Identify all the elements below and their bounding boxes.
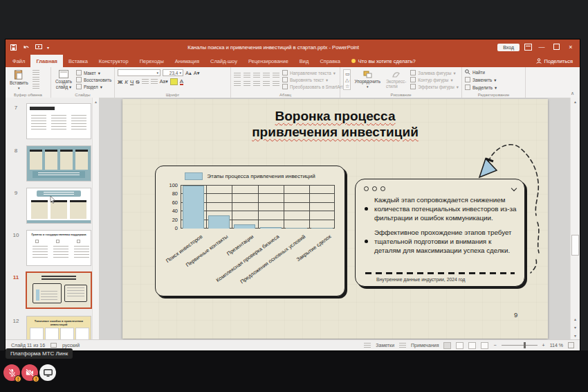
next-slide-icon[interactable]: ▾ xyxy=(571,325,580,330)
ribbon-display-options-icon[interactable] xyxy=(524,44,532,51)
underline-button[interactable]: Ч xyxy=(130,79,134,85)
grow-font-button[interactable]: А▴ xyxy=(185,70,192,76)
increase-indent-icon[interactable] xyxy=(263,73,270,78)
shape-effects-button[interactable]: Эффекты фигуры ▾ xyxy=(410,84,459,89)
scroll-down-icon[interactable]: ▾ xyxy=(571,333,580,338)
fit-to-window-icon[interactable] xyxy=(568,342,574,348)
microphone-muted-button[interactable]: ! xyxy=(3,364,20,381)
proofing-icon[interactable] xyxy=(50,343,57,348)
tab-transitions[interactable]: Переходы xyxy=(134,55,169,67)
thumbnail-scrollbar[interactable]: ▴ xyxy=(92,98,99,339)
normal-view-button[interactable] xyxy=(443,342,451,349)
font-color-button[interactable]: А xyxy=(180,79,183,85)
qat-customize-icon[interactable]: ▾ xyxy=(47,45,49,50)
highlight-color-icon[interactable] xyxy=(170,78,178,85)
scroll-up-icon[interactable]: ▴ xyxy=(95,99,97,104)
reading-view-button[interactable] xyxy=(468,342,476,349)
slide-sorter-view-button[interactable] xyxy=(456,342,463,349)
save-icon[interactable] xyxy=(10,44,17,51)
select-button[interactable]: Выделить ▾ xyxy=(465,84,497,90)
arrange-button[interactable]: Упорядочить▾ xyxy=(353,69,382,90)
shape-fill-button[interactable]: Заливка фигуры ▾ xyxy=(410,70,459,75)
justify-icon[interactable] xyxy=(263,81,270,87)
slide-thumbnail-9[interactable] xyxy=(27,188,91,223)
tab-file[interactable]: Файл xyxy=(7,55,30,67)
info-card[interactable]: Каждый этап сопровождается снижением кол… xyxy=(355,179,525,287)
slide-thumbnail-7[interactable] xyxy=(27,104,91,139)
format-painter-icon[interactable] xyxy=(33,84,39,89)
new-slide-button[interactable]: Создать слайд ▾ xyxy=(54,69,73,90)
convert-smartart-button[interactable]: Преобразовать в SmartArt ▾ xyxy=(282,84,347,89)
zoom-in-button[interactable]: + xyxy=(542,343,545,348)
decrease-indent-icon[interactable] xyxy=(253,73,260,78)
scrollbar-thumb[interactable] xyxy=(571,235,579,256)
shape-outline-button[interactable]: Контур фигуры ▾ xyxy=(410,77,459,82)
columns-icon[interactable] xyxy=(273,81,279,87)
numbering-icon[interactable] xyxy=(244,73,250,78)
language-indicator[interactable]: русский xyxy=(62,343,80,348)
zoom-slider-thumb[interactable] xyxy=(524,342,526,348)
tab-design[interactable]: Конструктор xyxy=(93,55,134,67)
undo-icon[interactable] xyxy=(22,44,30,51)
scroll-up-icon[interactable]: ▴ xyxy=(571,99,580,104)
maximize-button[interactable] xyxy=(551,44,561,51)
zoom-level[interactable]: 114 % xyxy=(550,343,563,348)
previous-slide-icon[interactable]: ▴ xyxy=(571,317,580,321)
tab-review[interactable]: Рецензирование xyxy=(243,55,294,67)
collapse-ribbon-icon[interactable]: ∧ xyxy=(571,91,574,96)
bullets-icon[interactable] xyxy=(234,73,241,78)
tab-help[interactable]: Справка xyxy=(314,55,345,67)
bold-button[interactable]: Ж xyxy=(118,79,122,85)
zoom-slider[interactable] xyxy=(502,345,538,346)
vertical-scrollbar[interactable]: ▴ ▴ ▾ ▾ xyxy=(570,98,580,339)
notes-button[interactable]: Заметки xyxy=(376,343,394,348)
layout-button[interactable]: Макет ▾ xyxy=(76,70,111,75)
font-name-combobox[interactable]: ▾ xyxy=(118,69,160,76)
replace-button[interactable]: Заменить ▾ xyxy=(465,77,497,82)
align-text-button[interactable]: Выровнять текст ▾ xyxy=(282,77,347,82)
slideshow-view-button[interactable] xyxy=(481,342,488,349)
align-right-icon[interactable] xyxy=(253,81,260,87)
screen-share-button[interactable] xyxy=(39,364,56,381)
slide-thumbnail-11-selected[interactable] xyxy=(27,273,91,308)
text-shadow-icon[interactable] xyxy=(142,79,149,84)
start-slideshow-icon[interactable] xyxy=(35,44,42,51)
minimize-button[interactable]: — xyxy=(537,44,546,51)
font-size-combobox[interactable]: 23,4▾ xyxy=(163,69,183,76)
sign-in-button[interactable]: Вход xyxy=(497,44,520,51)
line-spacing-icon[interactable] xyxy=(273,73,279,78)
tab-view[interactable]: Вид xyxy=(294,55,315,67)
tab-animations[interactable]: Анимация xyxy=(169,55,205,67)
thumb-title: Типичные ошибки в привлечении инвестиций xyxy=(28,319,89,326)
paste-button[interactable]: Вставить▾ xyxy=(8,69,30,90)
slide-thumbnail-8[interactable] xyxy=(27,146,91,181)
tab-insert[interactable]: Вставка xyxy=(63,55,93,67)
change-case-button[interactable]: Aa▾ xyxy=(160,79,168,84)
slide-thumbnail-10[interactable]: Гранты и государственная поддержка xyxy=(27,231,91,265)
copy-icon[interactable] xyxy=(33,77,39,82)
funnel-chart-card[interactable]: Этапы процесса привлечения инвестиций 02… xyxy=(155,166,345,296)
text-direction-button[interactable]: Направление текста ▾ xyxy=(282,70,347,75)
reset-button[interactable]: Восстановить xyxy=(76,77,111,82)
align-center-icon[interactable] xyxy=(244,81,250,87)
italic-button[interactable]: К xyxy=(125,79,128,85)
shapes-gallery[interactable]: ▭╲╲□○□△⌐¬⇦⇩G☆⌒∿( ) ✩ xyxy=(343,69,351,90)
close-button[interactable]: × xyxy=(566,44,576,51)
camera-off-button[interactable]: ! xyxy=(21,364,38,381)
strikethrough-button[interactable]: S xyxy=(136,79,139,85)
slide-thumbnail-12[interactable]: Типичные ошибки в привлечении инвестиций xyxy=(27,317,91,339)
comments-button[interactable]: Примечания xyxy=(411,343,439,348)
quick-styles-button[interactable]: Экспресс-стили xyxy=(385,69,407,90)
tab-home[interactable]: Главная xyxy=(30,55,63,67)
slide[interactable]: Воронка процесса привлечения инвестиций … xyxy=(122,99,548,339)
align-left-icon[interactable] xyxy=(234,81,241,87)
share-button[interactable]: Поделиться xyxy=(536,55,580,67)
zoom-out-button[interactable]: − xyxy=(493,343,496,348)
tell-me-box[interactable]: Что вы хотите сделать? xyxy=(346,55,421,67)
find-button[interactable]: Найти xyxy=(465,69,497,75)
cut-icon[interactable] xyxy=(33,70,39,75)
tab-slideshow[interactable]: Слайд-шоу xyxy=(205,55,243,67)
shrink-font-button[interactable]: А▾ xyxy=(194,70,200,76)
section-button[interactable]: Раздел ▾ xyxy=(76,84,111,89)
character-spacing-icon[interactable] xyxy=(151,79,158,84)
